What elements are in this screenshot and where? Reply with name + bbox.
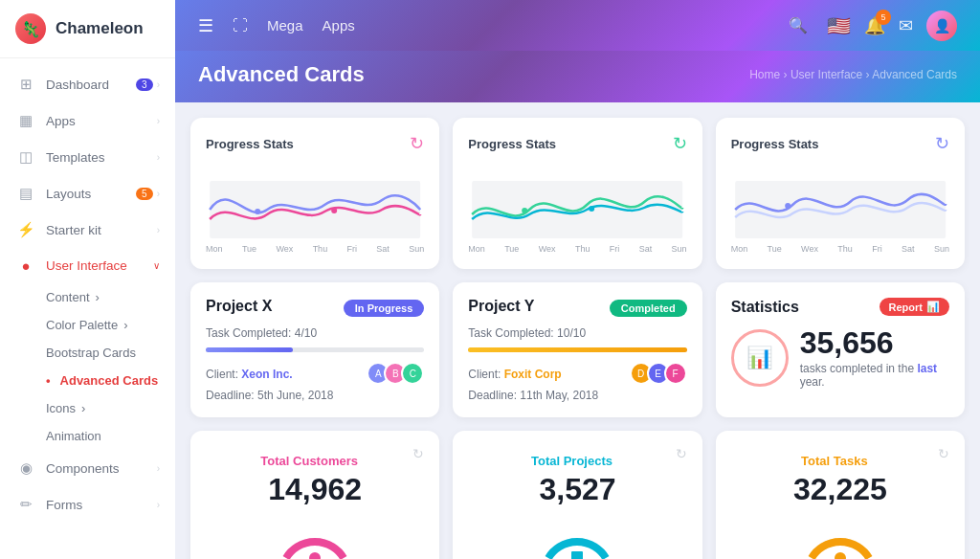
flag-icon: 🇺🇸: [827, 14, 851, 37]
project-x-avatars: A B C: [367, 362, 424, 385]
starterkit-icon: ⚡: [15, 221, 36, 238]
svg-point-7: [785, 203, 791, 209]
project-y-deadline: Deadline: 11th May, 2018: [468, 389, 686, 402]
components-label: Components: [46, 461, 157, 476]
chart-area-2: [468, 162, 686, 238]
header-nav-mega[interactable]: Mega: [267, 17, 303, 34]
project-y-client: Foxit Corp: [504, 368, 562, 381]
header-nav-apps[interactable]: Apps: [323, 17, 355, 34]
subnav-advanced-cards[interactable]: Advanced Cards: [46, 367, 175, 394]
project-y-progress-bg: [468, 347, 686, 352]
expand-icon[interactable]: ⛶: [233, 17, 248, 34]
refresh-icon-customers[interactable]: ↻: [412, 446, 424, 461]
card-title-1: Progress Stats: [206, 137, 294, 151]
components-icon: ◉: [15, 459, 36, 477]
sidebar-item-apps[interactable]: ▦ Apps ›: [0, 102, 175, 139]
dashboard-label: Dashboard: [46, 78, 136, 92]
project-x-card: Project X In Progress Task Completed: 4/…: [190, 282, 439, 417]
total-tasks-number: 32,225: [731, 472, 949, 507]
svg-point-1: [255, 209, 260, 214]
chart-icon-2[interactable]: ↻: [673, 133, 687, 154]
project-x-title: Project X: [206, 298, 272, 315]
breadcrumb: Home › User Interface › Advanced Cards: [749, 68, 957, 81]
project-y-title: Project Y: [468, 298, 534, 315]
stats-number: 35,656: [800, 327, 949, 358]
svg-point-2: [331, 208, 337, 213]
svg-rect-6: [735, 181, 946, 238]
color-palette-label: Color Palette: [46, 318, 118, 332]
subnav-bootstrap-cards[interactable]: Bootstrap Cards: [46, 339, 175, 367]
total-tasks-donut: [731, 515, 949, 559]
project-x-progress-fill: [206, 347, 293, 352]
project-y-avatars: D E F: [630, 362, 687, 385]
userinterface-label: User Interface: [46, 258, 153, 273]
user-interface-subnav: Content › Color Palette › Bootstrap Card…: [0, 283, 175, 450]
top-header: ☰ ⛶ Mega Apps 🔍 🇺🇸 🔔 5 ✉ 👤: [175, 0, 980, 51]
sidebar-item-forms[interactable]: ✏ Forms ›: [0, 486, 175, 523]
project-x-header: Project X In Progress: [206, 298, 424, 319]
card-header-3: Progress Stats ↻: [731, 133, 949, 154]
project-x-deadline: Deadline: 5th June, 2018: [206, 389, 424, 402]
chart-labels-1: MonTueWexThuFriSatSun: [206, 244, 424, 254]
statistics-card: Statistics Report 📊 📊 35,656 tasks compl…: [716, 282, 965, 417]
bar-chart-icon: 📊: [926, 301, 940, 313]
total-customers-donut: [206, 515, 424, 559]
project-y-progress-fill: [468, 347, 686, 352]
page-header: Advanced Cards Home › User Interface › A…: [175, 51, 980, 102]
sidebar-item-components[interactable]: ◉ Components ›: [0, 450, 175, 486]
total-customers-card: ↻ Total Customers 14,962: [190, 431, 439, 559]
sidebar-item-layouts[interactable]: ▤ Layouts 5 ›: [0, 175, 175, 212]
progress-stats-card-1: Progress Stats ↻ M: [190, 118, 439, 269]
svg-point-10: [835, 552, 846, 559]
card-header-2: Progress Stats ↻: [468, 133, 686, 154]
subnav-color-palette[interactable]: Color Palette ›: [46, 311, 175, 339]
chart-icon-1[interactable]: ↻: [410, 133, 424, 154]
refresh-icon-projects[interactable]: ↻: [676, 446, 687, 461]
svg-point-4: [522, 208, 527, 213]
refresh-icon-tasks[interactable]: ↻: [938, 446, 949, 461]
project-y-card: Project Y Completed Task Completed: 10/1…: [453, 282, 702, 417]
total-projects-card: ↻ Total Projects 3,527: [453, 431, 702, 559]
statistics-header: Statistics Report 📊: [731, 298, 949, 316]
subnav-icons[interactable]: Icons ›: [46, 394, 175, 422]
sidebar-item-templates[interactable]: ◫ Templates ›: [0, 139, 175, 175]
search-icon[interactable]: 🔍: [789, 16, 808, 34]
menu-icon[interactable]: ☰: [198, 15, 213, 36]
subnav-animation[interactable]: Animation: [46, 422, 175, 450]
subnav-content[interactable]: Content ›: [46, 283, 175, 311]
userinterface-icon: ●: [15, 257, 36, 274]
sidebar-item-userinterface[interactable]: ● User Interface ∨: [0, 248, 175, 283]
progress-stats-card-2: Progress Stats ↻ MonTueWexThuFriSatSun: [453, 118, 702, 269]
chart-icon-3[interactable]: ↻: [935, 133, 949, 154]
logo-area: 🦎 Chameleon: [0, 0, 175, 58]
sidebar-item-starterkit[interactable]: ⚡ Starter kit ›: [0, 212, 175, 248]
header-nav: Mega Apps: [267, 17, 769, 34]
content-label: Content: [46, 290, 90, 304]
apps-icon: ▦: [15, 112, 36, 129]
project-y-header: Project Y Completed: [468, 298, 686, 319]
avatar[interactable]: 👤: [926, 11, 957, 41]
advanced-cards-label: Advanced Cards: [60, 373, 159, 388]
project-x-client-row: Client: Xeon Inc. A B C: [206, 362, 424, 385]
total-customers-label: Total Customers: [206, 454, 424, 468]
mail-icon[interactable]: ✉: [899, 15, 913, 36]
icons-label: Icons: [46, 401, 76, 415]
forms-label: Forms: [46, 498, 157, 512]
stats-desc: tasks completed in the last year.: [800, 362, 949, 389]
logo-icon: 🦎: [15, 13, 46, 44]
page-title: Advanced Cards: [198, 62, 365, 87]
chart-labels-2: MonTueWexThuFriSatSun: [468, 244, 686, 254]
notification-button[interactable]: 🔔 5: [864, 15, 885, 36]
header-right: 🇺🇸 🔔 5 ✉ 👤: [827, 11, 957, 41]
card-header-1: Progress Stats ↻: [206, 133, 424, 154]
stats-icon-circle: 📊: [731, 329, 789, 387]
project-x-progress-bg: [206, 347, 424, 352]
cards-grid: Progress Stats ↻ M: [190, 118, 965, 559]
dashboard-icon: ⊞: [15, 76, 36, 93]
page-title-row: Advanced Cards Home › User Interface › A…: [198, 62, 957, 87]
total-projects-donut: [468, 515, 686, 559]
notification-badge: 5: [876, 10, 891, 25]
layouts-icon: ▤: [15, 185, 36, 202]
sidebar: 🦎 Chameleon ⊞ Dashboard 3 › ▦ Apps › ◫ T…: [0, 0, 175, 559]
sidebar-item-dashboard[interactable]: ⊞ Dashboard 3 ›: [0, 66, 175, 102]
